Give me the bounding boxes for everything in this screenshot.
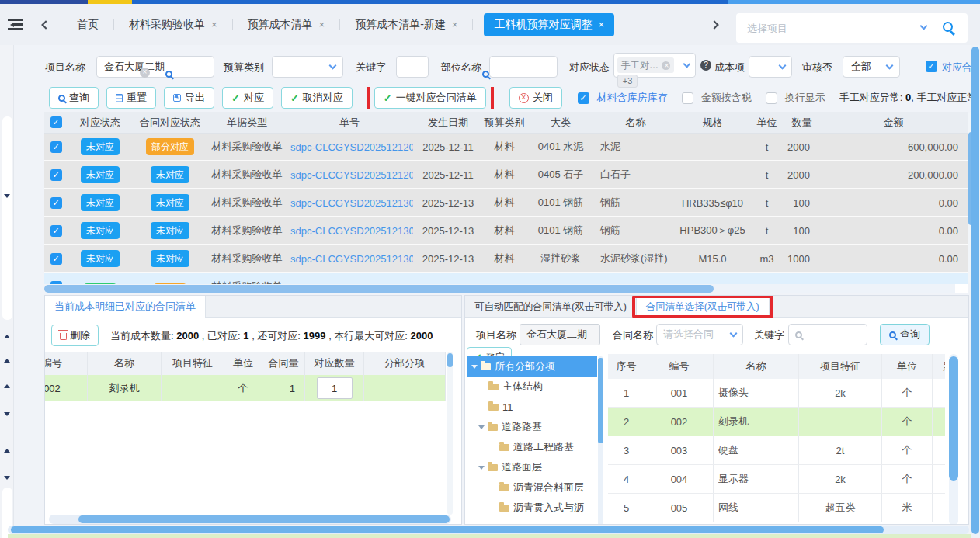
- tabs-scroll-left-icon[interactable]: [41, 20, 50, 29]
- match-button[interactable]: 对应: [222, 87, 273, 109]
- doc-no-link[interactable]: sdpc-CLCGYSD202512120(: [286, 134, 413, 160]
- contract-name-select[interactable]: 请选择合同: [656, 324, 743, 345]
- project-name-input[interactable]: 金石大厦二期: [96, 56, 214, 78]
- scrollbar-thumb[interactable]: [78, 515, 450, 523]
- bottom-left-vscrollbar[interactable]: [447, 352, 453, 515]
- table-row[interactable]: 未对应 未对应 材料采购验收单 sdpc-CLCGYSD202512130( 2…: [44, 217, 968, 245]
- close-icon[interactable]: [598, 19, 604, 30]
- tab-auto-match-list[interactable]: 可自动匹配的合同清单(双击可带入): [465, 296, 637, 318]
- table-row[interactable]: 未对应 部分对应 材料采购验收单 sdpc-CLCGYSD202512120( …: [44, 134, 968, 161]
- tree-item[interactable]: 沥青混合料面层: [467, 477, 597, 498]
- project-select[interactable]: 选择项目: [736, 13, 968, 43]
- scrollbar-thumb[interactable]: [44, 285, 714, 293]
- table-row[interactable]: 未对应 未对应 材料采购验收单 sdpc-CLCGYSD202512130( 2…: [44, 245, 968, 273]
- row-checkbox[interactable]: [50, 141, 62, 153]
- doc-no-link[interactable]: [286, 273, 413, 284]
- contract-row[interactable]: 4 004 显示器 2k 个: [608, 465, 945, 494]
- keyword-input[interactable]: [396, 56, 429, 78]
- scrollbar-thumb[interactable]: [447, 353, 453, 367]
- tree-item[interactable]: 道路面层: [467, 457, 597, 477]
- scrollbar-thumb[interactable]: [11, 526, 884, 533]
- doc-no-link[interactable]: sdpc-CLCGYSD202512120(: [286, 161, 413, 188]
- match-status-multiselect[interactable]: 手工对… +3: [613, 53, 696, 78]
- wrap-checkbox[interactable]: [766, 92, 777, 104]
- keyword-input[interactable]: [788, 324, 867, 345]
- tree-item[interactable]: 沥青贯入式与沥: [467, 498, 597, 518]
- scrollbar-thumb[interactable]: [949, 356, 958, 481]
- scrollbar-thumb[interactable]: [971, 47, 979, 534]
- contract-row[interactable]: 1 001 摄像头 2k 个: [608, 379, 945, 408]
- main-table-hscrollbar[interactable]: [44, 284, 968, 293]
- page-vscrollbar[interactable]: [971, 45, 980, 538]
- close-icon[interactable]: [211, 19, 217, 30]
- help-icon[interactable]: [700, 60, 711, 71]
- tree-item[interactable]: 主体结构: [467, 377, 597, 397]
- tab-active-adjust[interactable]: 工料机预算对应调整: [484, 13, 614, 36]
- contract-row[interactable]: 3 003 硬盘 2t 个: [608, 436, 945, 465]
- table-row[interactable]: 未对应 未对应 材料采购验收单 sdpc-CLCGYSD202512120( 2…: [44, 161, 968, 189]
- tab-material-receipt[interactable]: 材料采购验收单: [114, 4, 232, 45]
- expand-icon[interactable]: [471, 365, 478, 369]
- tree-item[interactable]: 道路路基: [467, 417, 597, 437]
- search-icon[interactable]: [165, 71, 172, 78]
- doc-no-link[interactable]: sdpc-CLCGYSD202512130(: [286, 245, 413, 272]
- doc-no-link[interactable]: sdpc-CLCGYSD202512130(: [286, 217, 413, 244]
- export-button[interactable]: 导出: [164, 87, 214, 109]
- matched-list-row[interactable]: 002 刻录机 个 1 1: [44, 375, 446, 401]
- doc-no-link[interactable]: sdpc-CLCGYSD202512130(: [286, 189, 413, 216]
- bottom-left-hscrollbar[interactable]: [49, 515, 451, 524]
- contract-checkbox[interactable]: [926, 61, 937, 72]
- remove-tag-icon[interactable]: [662, 61, 670, 70]
- collapse-up-icon[interactable]: [4, 449, 10, 453]
- contract-row[interactable]: 2 002 刻录机 个: [608, 408, 945, 436]
- expand-icon[interactable]: [478, 425, 485, 429]
- collapse-up-icon[interactable]: [4, 359, 10, 363]
- collapse-up-icon[interactable]: [4, 335, 10, 338]
- cost-item-select[interactable]: [749, 56, 792, 78]
- close-icon[interactable]: [319, 19, 325, 30]
- one-key-match-button[interactable]: 一键对应合同清单: [374, 87, 486, 109]
- table-row[interactable]: 材料采购验收单: [44, 273, 968, 284]
- collapse-menu-icon[interactable]: [8, 18, 23, 30]
- tree-vscrollbar[interactable]: [598, 356, 603, 525]
- tab-matched-contract-list[interactable]: 当前成本明细已对应的合同清单: [45, 296, 206, 318]
- tab-home[interactable]: 首页: [62, 4, 113, 45]
- tree-item[interactable]: 11: [467, 397, 597, 417]
- collapse-down-icon[interactable]: [4, 194, 10, 198]
- contract-table-vscrollbar[interactable]: [949, 354, 958, 525]
- search-icon[interactable]: [482, 71, 489, 78]
- contract-row[interactable]: 5 005 网线 超五类 米: [608, 494, 945, 522]
- collapse-up-icon[interactable]: [4, 384, 10, 388]
- tax-checkbox[interactable]: [682, 92, 693, 104]
- expand-icon[interactable]: [478, 466, 485, 470]
- tab-budget-list-new[interactable]: 预算成本清单-新建: [340, 4, 472, 45]
- row-checkbox[interactable]: [50, 169, 62, 181]
- tree-root-all-sections[interactable]: 所有分部分项: [467, 356, 597, 377]
- warehouse-checkbox[interactable]: [578, 92, 589, 104]
- row-checkbox[interactable]: [50, 225, 62, 237]
- search-icon[interactable]: [943, 22, 953, 32]
- collapse-down-icon[interactable]: [4, 412, 10, 416]
- page-hscrollbar[interactable]: [8, 526, 969, 534]
- table-row[interactable]: 未对应 未对应 材料采购验收单 sdpc-CLCGYSD202512130( 2…: [44, 189, 968, 217]
- reset-button[interactable]: 重置: [106, 87, 156, 109]
- query-button[interactable]: 查询: [880, 324, 930, 345]
- row-checkbox[interactable]: [50, 253, 62, 265]
- clear-icon[interactable]: [140, 68, 150, 78]
- row-checkbox[interactable]: [50, 197, 62, 209]
- scrollbar-thumb[interactable]: [598, 358, 603, 443]
- match-qty-input[interactable]: 1: [317, 377, 353, 399]
- collapsed-sidebar[interactable]: [0, 45, 14, 538]
- tab-contract-list-select[interactable]: 合同清单选择(双击可带入): [637, 296, 770, 318]
- budget-type-select[interactable]: [272, 56, 343, 78]
- query-button[interactable]: 查询: [49, 87, 99, 109]
- part-name-input[interactable]: [489, 56, 558, 78]
- contract-row[interactable]: [608, 522, 945, 525]
- delete-button[interactable]: 删除: [51, 325, 99, 346]
- tabs-scroll-right-icon[interactable]: [710, 20, 718, 29]
- close-button[interactable]: 关闭: [509, 87, 562, 109]
- tree-item[interactable]: 道路工程路基: [467, 437, 597, 457]
- close-icon[interactable]: [452, 19, 458, 30]
- collapse-down-icon[interactable]: [4, 476, 10, 480]
- cancel-match-button[interactable]: 取消对应: [281, 87, 353, 109]
